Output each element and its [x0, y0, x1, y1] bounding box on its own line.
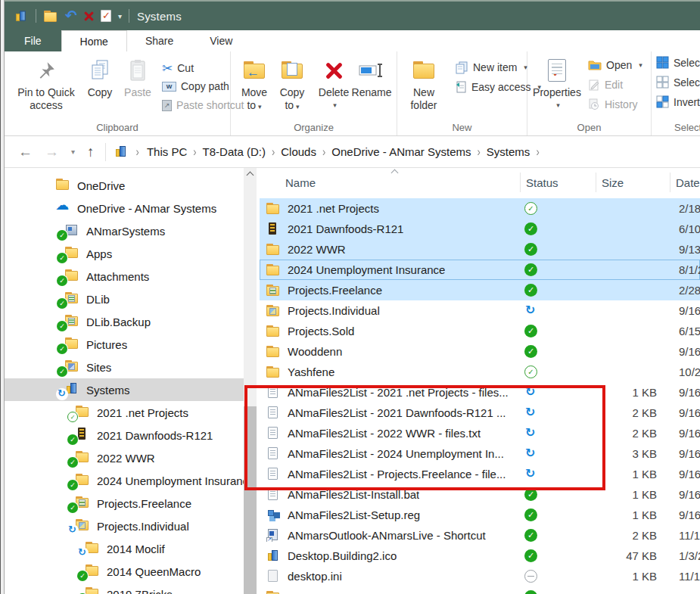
sidebar-item[interactable]: OneDrive - ANmar Systems — [5, 197, 244, 219]
file-row[interactable]: Desktop.Building2.ico 47 KB 1/3/2 — [257, 546, 700, 566]
select-all-button[interactable]: Select all — [656, 56, 700, 69]
checkbox-icon[interactable] — [101, 10, 111, 22]
sidebar-item[interactable]: 2021 Dawnfoods-R121 — [5, 424, 244, 446]
file-row[interactable]: desktop.ini 1 KB 11/1 — [257, 566, 700, 586]
tab-view[interactable]: View — [191, 30, 250, 51]
file-row[interactable]: Yashfene 10/2 — [257, 362, 700, 382]
column-divider[interactable] — [670, 173, 670, 192]
file-row[interactable]: 2022 WWR 9/13 — [257, 239, 700, 260]
sidebar-item[interactable]: Apps — [5, 242, 244, 265]
back-icon[interactable]: ← — [18, 145, 33, 160]
app-building-icon[interactable] — [14, 10, 29, 22]
new-item-button[interactable]: New item ▾ — [455, 61, 527, 74]
properties-button[interactable]: ✓ Properties ▾ — [532, 54, 582, 112]
file-row[interactable]: ANmaFiles2List - 2022 WWR - files.txt 2 … — [257, 423, 700, 443]
column-divider[interactable] — [520, 173, 521, 192]
file-date: 9/16 — [657, 406, 700, 419]
file-row[interactable]: 2021 Dawnfoods-R121 6/10 — [257, 219, 700, 239]
sidebar-item[interactable]: 2019 7Bricks — [5, 583, 244, 594]
cut-button[interactable]: ✂ Cut — [162, 61, 194, 76]
sidebar-item[interactable]: ANmarSystems — [5, 219, 244, 242]
copy-to-button[interactable]: Copy to▾ — [275, 54, 310, 114]
sidebar-item-label: ANmarSystems — [86, 225, 165, 238]
file-row[interactable]: ANmaFiles2List - 2021 .net Projects - fi… — [257, 382, 700, 403]
breadcrumb-item[interactable]: This PC — [144, 145, 190, 158]
file-row[interactable]: Projects.Individual 9/16 — [257, 300, 700, 321]
status-icon — [524, 325, 537, 337]
file-icon — [266, 427, 281, 440]
recent-locations-icon[interactable]: ▾ — [71, 145, 75, 160]
rename-button[interactable]: Rename — [350, 54, 393, 99]
undo-icon[interactable]: ↶ — [65, 9, 77, 23]
chevron-right-icon: › — [133, 145, 142, 159]
sidebar-scrollbar[interactable] — [244, 168, 257, 594]
column-header-date[interactable]: Date — [676, 176, 700, 189]
file-row[interactable]: ANmarsOutlook-ANmarsLive - Shortcut 2 KB… — [257, 525, 700, 546]
file-name: Wooddenn — [288, 345, 342, 358]
delete-x-icon[interactable] — [84, 11, 94, 21]
sidebar-item[interactable]: OneDrive — [5, 174, 244, 197]
up-icon[interactable]: ↑ — [87, 145, 95, 160]
sidebar-item[interactable]: DLib.Backup — [5, 310, 244, 333]
sidebar-item[interactable]: 2022 WWR — [5, 446, 244, 469]
edit-button[interactable]: Edit — [588, 79, 623, 91]
copy-path-button[interactable]: W Copy path — [162, 80, 229, 92]
file-size: 2 KB — [558, 427, 657, 440]
address-bar[interactable]: › This PC › T8-Data (D:) › Clouds › OneD… — [114, 145, 543, 159]
file-row[interactable]: 2021 .net Projects 2/18 — [257, 198, 700, 219]
sidebar-item[interactable]: DLib — [5, 288, 244, 310]
paste-button[interactable]: Paste — [120, 54, 156, 99]
new-folder-button[interactable]: New folder — [405, 54, 443, 112]
status-icon — [524, 468, 537, 480]
sidebar-item[interactable]: 2014 Moclif — [5, 537, 244, 560]
open-button[interactable]: Open ▾ — [588, 59, 642, 71]
column-header-size[interactable]: Size — [602, 176, 624, 189]
file-row[interactable]: 2024 Unemployment Insurance 8/1/2 — [257, 260, 700, 280]
forward-icon[interactable]: → — [45, 145, 59, 160]
folder-icon[interactable] — [43, 10, 58, 23]
breadcrumb-item[interactable]: Clouds — [278, 145, 319, 158]
file-row[interactable]: ANmaFiles2List - 2024 Unemployment In...… — [257, 443, 700, 464]
sidebar-item-label: OneDrive — [77, 179, 125, 192]
file-row[interactable]: ANmaFiles2List - 2021 Dawnfoods-R121 ...… — [257, 403, 700, 423]
dropdown-icon[interactable]: ▾ — [118, 12, 122, 20]
breadcrumb-item[interactable]: OneDrive - ANmar Systems — [328, 145, 474, 158]
move-to-button[interactable]: ← Move to▾ — [237, 54, 272, 114]
column-header-status[interactable]: Status — [526, 176, 558, 189]
history-button[interactable]: History — [588, 98, 638, 110]
file-row[interactable] — [257, 586, 700, 594]
sidebar-item[interactable]: Projects.Individual — [5, 515, 244, 537]
file-row[interactable]: Projects.Sold 6/15 — [257, 321, 700, 341]
column-header-name[interactable]: Name — [285, 176, 316, 189]
tab-file[interactable]: File — [5, 30, 61, 51]
column-divider[interactable] — [596, 173, 596, 192]
separator — [129, 9, 129, 23]
scrollbar-thumb[interactable] — [244, 406, 257, 594]
sidebar-item[interactable]: Attachments — [5, 265, 244, 288]
breadcrumb-item[interactable]: T8-Data (D:) — [200, 145, 269, 158]
breadcrumb-item[interactable]: Systems — [484, 145, 534, 158]
file-row[interactable]: Wooddenn 9/16 — [257, 341, 700, 362]
file-icon — [266, 406, 281, 419]
sidebar-item[interactable]: Projects.Freelance — [5, 492, 244, 515]
sidebar-item[interactable]: 2014 QueenMacro — [5, 560, 244, 583]
status-icon — [524, 284, 537, 297]
sidebar-item[interactable]: 2024 Unemployment Insurance — [5, 469, 244, 492]
file-row[interactable]: ANmaFiles2List-Setup.reg 1 KB 9/16 — [257, 505, 700, 525]
sidebar-item[interactable]: Sites — [5, 356, 244, 378]
file-row[interactable]: ANmaFiles2List - Projects.Freelance - fi… — [257, 464, 700, 484]
paste-shortcut-icon — [162, 100, 172, 111]
sidebar-item[interactable]: Systems — [5, 378, 244, 401]
select-none-button[interactable]: Select none — [656, 76, 700, 89]
scroll-up-icon[interactable] — [247, 171, 254, 178]
tab-home[interactable]: Home — [61, 30, 127, 51]
delete-button[interactable]: Delete ▾ — [316, 54, 352, 112]
file-row[interactable]: Projects.Freelance 2/28 — [257, 280, 700, 300]
file-row[interactable]: ANmaFiles2List-Install.bat 1 KB 9/16 — [257, 484, 700, 505]
pin-to-quick-access-button[interactable]: Pin to Quick access — [12, 54, 80, 112]
sidebar-item[interactable]: 2021 .net Projects — [5, 401, 244, 424]
invert-selection-button[interactable]: Invert selection — [656, 95, 700, 108]
tab-share[interactable]: Share — [127, 30, 191, 51]
copy-button[interactable]: Copy — [82, 54, 118, 99]
sidebar-item[interactable]: Pictures — [5, 333, 244, 356]
